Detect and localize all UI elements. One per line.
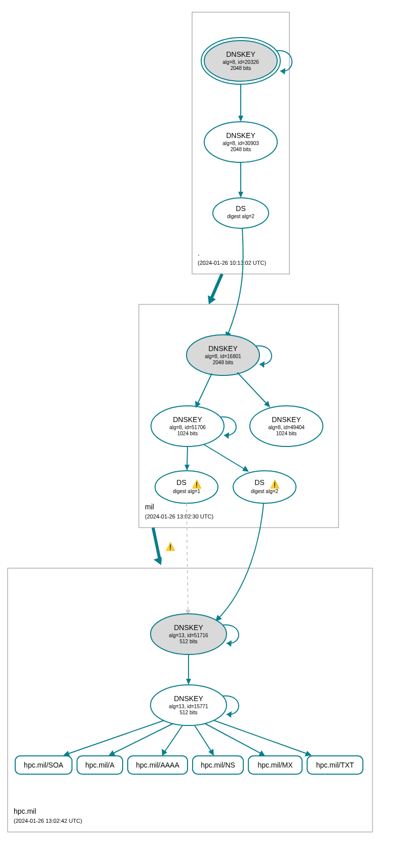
svg-text:digest alg=2: digest alg=2 bbox=[251, 489, 279, 494]
svg-text:1024 bits: 1024 bits bbox=[177, 431, 198, 436]
svg-text:DNSKEY: DNSKEY bbox=[226, 50, 255, 58]
svg-text:digest alg=1: digest alg=1 bbox=[173, 489, 201, 494]
svg-text:DNSKEY: DNSKEY bbox=[174, 695, 203, 703]
edge-zsk-txt bbox=[214, 720, 310, 755]
svg-marker-14 bbox=[238, 192, 243, 198]
svg-text:alg=8, id=16801: alg=8, id=16801 bbox=[205, 354, 241, 359]
edge-root-to-mil-deleg bbox=[210, 274, 222, 301]
svg-text:alg=8, id=30903: alg=8, id=30903 bbox=[222, 141, 259, 146]
edge-mil-zsk1-ds2 bbox=[204, 444, 247, 471]
svg-point-11 bbox=[213, 198, 269, 228]
svg-marker-10 bbox=[238, 116, 243, 122]
rr-mx: hpc.mil/MX bbox=[248, 756, 302, 774]
edge-mil-ksk-zsk1 bbox=[197, 373, 212, 406]
svg-text:2048 bits: 2048 bits bbox=[213, 360, 234, 365]
svg-text:DNSKEY: DNSKEY bbox=[173, 415, 202, 424]
svg-text:hpc.mil/MX: hpc.mil/MX bbox=[257, 761, 293, 769]
edge-zsk-aaaa bbox=[163, 725, 182, 754]
dnssec-chain-diagram: . (2024-01-26 10:13:02 UTC) DNSKEY alg=8… bbox=[0, 0, 409, 868]
svg-point-33 bbox=[155, 471, 218, 503]
svg-text:hpc.mil/TXT: hpc.mil/TXT bbox=[316, 761, 354, 769]
svg-text:2048 bits: 2048 bits bbox=[231, 147, 251, 152]
node-mil-zsk1: DNSKEY alg=8, id=51706 1024 bits bbox=[151, 406, 224, 446]
svg-text:alg=8, id=20326: alg=8, id=20326 bbox=[222, 59, 259, 65]
svg-text:digest alg=2: digest alg=2 bbox=[227, 214, 255, 219]
svg-marker-54 bbox=[186, 679, 191, 685]
svg-text:alg=8, id=49404: alg=8, id=49404 bbox=[268, 425, 305, 430]
node-root-zsk: DNSKEY alg=8, id=30903 2048 bits bbox=[204, 122, 277, 162]
rr-aaaa: hpc.mil/AAAA bbox=[128, 756, 188, 774]
edge-zsk-ns bbox=[195, 725, 213, 754]
node-mil-zsk2: DNSKEY alg=8, id=49404 1024 bits bbox=[250, 406, 323, 446]
svg-text:DNSKEY: DNSKEY bbox=[226, 131, 255, 140]
svg-marker-53 bbox=[227, 711, 232, 718]
zone-root-label: . bbox=[198, 249, 200, 257]
svg-text:alg=13, id=51716: alg=13, id=51716 bbox=[169, 633, 208, 638]
svg-text:hpc.mil/AAAA: hpc.mil/AAAA bbox=[136, 761, 179, 769]
svg-marker-21 bbox=[259, 361, 265, 368]
zone-mil-timestamp: (2024-01-26 13:02:30 UTC) bbox=[145, 513, 213, 519]
node-root-ds: DS digest alg=2 bbox=[213, 198, 269, 228]
svg-point-36 bbox=[233, 471, 296, 503]
warning-icon: ⚠️ bbox=[270, 479, 280, 489]
warning-icon: ⚠️ bbox=[165, 542, 175, 551]
svg-text:DS: DS bbox=[254, 478, 264, 487]
warning-icon: ⚠️ bbox=[192, 479, 202, 489]
zone-mil-label: mil bbox=[145, 503, 154, 511]
svg-text:DNSKEY: DNSKEY bbox=[272, 415, 301, 424]
edge-mil-ds1-hpc-ksk bbox=[187, 503, 188, 614]
edge-mil-to-hpc-deleg bbox=[153, 528, 160, 562]
svg-marker-67 bbox=[63, 751, 70, 756]
node-root-ksk: DNSKEY alg=8, id=20326 2048 bits bbox=[201, 38, 280, 84]
svg-marker-5 bbox=[280, 68, 285, 75]
rr-ns: hpc.mil/NS bbox=[193, 756, 243, 774]
svg-marker-41 bbox=[154, 557, 162, 565]
svg-text:DS: DS bbox=[176, 478, 186, 487]
edge-root-ds-mil-ksk bbox=[227, 228, 243, 336]
rr-a: hpc.mil/A bbox=[77, 756, 123, 774]
rr-soa: hpc.mil/SOA bbox=[15, 756, 72, 774]
node-mil-ds1: DS ⚠️ digest alg=1 bbox=[155, 471, 218, 503]
svg-text:hpc.mil/A: hpc.mil/A bbox=[85, 761, 115, 769]
svg-text:alg=13, id=15771: alg=13, id=15771 bbox=[169, 704, 208, 709]
svg-text:DNSKEY: DNSKEY bbox=[208, 344, 238, 353]
svg-marker-70 bbox=[208, 749, 214, 756]
zone-hpc-timestamp: (2024-01-26 13:02:42 UTC) bbox=[14, 818, 82, 824]
svg-text:DNSKEY: DNSKEY bbox=[174, 623, 203, 632]
node-hpc-zsk: DNSKEY alg=13, id=15771 512 bits bbox=[151, 685, 227, 725]
node-hpc-ksk: DNSKEY alg=13, id=51716 512 bits bbox=[151, 614, 227, 654]
svg-text:alg=8, id=51706: alg=8, id=51706 bbox=[169, 425, 206, 430]
zone-hpc-label: hpc.mil bbox=[14, 807, 36, 815]
edge-mil-ksk-zsk2 bbox=[237, 372, 269, 406]
svg-text:2048 bits: 2048 bits bbox=[231, 65, 251, 71]
svg-text:512 bits: 512 bits bbox=[179, 639, 197, 644]
svg-marker-48 bbox=[227, 640, 232, 647]
svg-text:DS: DS bbox=[236, 204, 245, 213]
edge-zsk-soa bbox=[65, 720, 164, 755]
edge-mil-ds2-hpc-ksk bbox=[217, 503, 264, 620]
node-mil-ksk: DNSKEY alg=8, id=16801 2048 bits bbox=[187, 335, 259, 375]
rr-txt: hpc.mil/TXT bbox=[307, 756, 363, 774]
svg-text:hpc.mil/NS: hpc.mil/NS bbox=[201, 761, 235, 769]
svg-text:1024 bits: 1024 bits bbox=[276, 431, 297, 436]
svg-marker-26 bbox=[224, 432, 229, 439]
svg-text:hpc.mil/SOA: hpc.mil/SOA bbox=[24, 761, 63, 769]
node-mil-ds2: DS ⚠️ digest alg=2 bbox=[233, 471, 296, 503]
svg-marker-39 bbox=[184, 465, 190, 471]
svg-text:512 bits: 512 bits bbox=[179, 710, 197, 715]
zone-root-timestamp: (2024-01-26 10:13:02 UTC) bbox=[198, 260, 266, 266]
